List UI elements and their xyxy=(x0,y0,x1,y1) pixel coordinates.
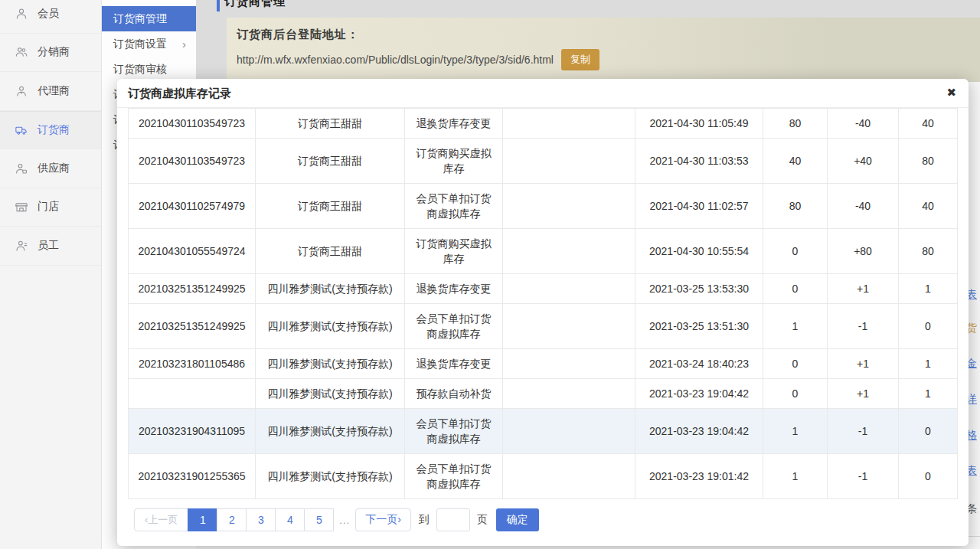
table-row: 202104301102574979订货商王甜甜会员下单扣订货商虚拟库存2021… xyxy=(129,184,958,229)
cell-remark xyxy=(503,139,635,184)
login-address-label: 订货商后台登陆地址： xyxy=(237,28,980,42)
table-row: 202103231904311095四川雅梦测试(支持预存款)会员下单扣订货商虚… xyxy=(129,409,958,454)
table-row: 202103251351249925四川雅梦测试(支持预存款)会员下单扣订货商虚… xyxy=(129,304,958,349)
cell-order_no: 202104301103549723 xyxy=(129,109,256,139)
sidebar-item-分销商[interactable]: 分销商 xyxy=(0,34,101,73)
cell-name: 订货商王甜甜 xyxy=(256,184,405,229)
modal-title: 订货商虚拟库存记录 xyxy=(128,87,231,100)
staff-icon xyxy=(15,239,28,253)
close-icon[interactable]: ✖ xyxy=(946,79,956,106)
cell-type: 退换货库存变更 xyxy=(405,349,503,379)
supplier-icon xyxy=(15,162,28,175)
copy-button[interactable]: 复制 xyxy=(561,49,599,70)
cell-before: 80 xyxy=(763,109,828,139)
sidebar-item-员工[interactable]: 员工 xyxy=(0,227,101,266)
sidebar-item-门店[interactable]: 门店 xyxy=(0,188,101,227)
page-number-4[interactable]: 4 xyxy=(275,508,305,531)
cell-type: 订货商购买虚拟库存 xyxy=(405,139,503,184)
cell-name: 订货商王甜甜 xyxy=(256,109,405,139)
goto-page-input[interactable] xyxy=(436,508,470,531)
cell-order_no: 202103231901255365 xyxy=(129,454,256,499)
login-address-box: 订货商后台登陆地址： http://m.wfx.wxfenxiao.com/Pu… xyxy=(227,18,980,82)
cell-before: 0 xyxy=(763,274,828,304)
sidebar-item-label: 代理商 xyxy=(38,84,70,98)
orderer-truck-icon xyxy=(15,123,28,137)
cell-remark xyxy=(503,379,635,409)
page-title: 订货商管理 xyxy=(224,0,286,9)
cell-change: -40 xyxy=(828,184,899,229)
cell-change: +1 xyxy=(828,379,899,409)
cell-before: 1 xyxy=(763,454,828,499)
cell-type: 会员下单扣订货商虚拟库存 xyxy=(405,304,503,349)
pagination: ‹上一页 12345 ... 下一页› 到 页 确定 xyxy=(134,508,958,531)
cell-before: 1 xyxy=(763,304,828,349)
cell-after: 80 xyxy=(899,229,958,274)
prev-page-button[interactable]: ‹上一页 xyxy=(134,508,188,531)
cell-after: 1 xyxy=(899,274,958,304)
cell-after: 1 xyxy=(899,349,958,379)
cell-name: 订货商王甜甜 xyxy=(256,139,405,184)
cell-order_no: 202104301102574979 xyxy=(129,184,256,229)
goto-label: 到 xyxy=(419,513,430,527)
cell-before: 1 xyxy=(763,409,828,454)
sidebar-item-label: 分销商 xyxy=(38,45,70,59)
cell-after: 1 xyxy=(899,379,958,409)
cell-name: 四川雅梦测试(支持预存款) xyxy=(256,304,405,349)
submenu-item-订货商管理[interactable]: 订货商管理 xyxy=(102,6,196,31)
submenu-item-订货商设置[interactable]: 订货商设置› xyxy=(102,31,196,57)
submenu-item-label: 订货商管理 xyxy=(113,12,167,26)
cell-time: 2021-04-30 11:02:57 xyxy=(635,184,763,229)
cell-after: 0 xyxy=(899,304,958,349)
next-page-button[interactable]: 下一页› xyxy=(355,508,411,531)
cell-remark xyxy=(503,109,635,139)
cell-change: -40 xyxy=(828,109,899,139)
confirm-button[interactable]: 确定 xyxy=(496,508,539,531)
sidebar-item-label: 会员 xyxy=(38,7,59,21)
cell-order_no xyxy=(129,379,256,409)
page-number-5[interactable]: 5 xyxy=(304,508,334,531)
table-row: 202104301103549723订货商王甜甜退换货库存变更2021-04-3… xyxy=(129,109,958,139)
title-accent-bar xyxy=(217,0,220,11)
cell-remark xyxy=(503,349,635,379)
cell-after: 80 xyxy=(899,139,958,184)
modal-header: 订货商虚拟库存记录 ✖ xyxy=(117,79,969,108)
table-row: 202103231801105486四川雅梦测试(支持预存款)退换货库存变更20… xyxy=(129,349,958,379)
cell-name: 四川雅梦测试(支持预存款) xyxy=(256,274,405,304)
cell-change: -1 xyxy=(828,454,899,499)
agent-icon xyxy=(15,84,28,98)
cell-time: 2021-03-25 13:51:30 xyxy=(635,304,763,349)
sidebar-item-订货商[interactable]: 订货商 xyxy=(0,111,101,150)
sidebar-item-label: 门店 xyxy=(38,200,59,214)
sidebar-item-供应商[interactable]: 供应商 xyxy=(0,149,101,188)
background-divider xyxy=(969,536,980,537)
sidebar-item-会员[interactable]: 会员 xyxy=(0,0,101,34)
sidebar-item-代理商[interactable]: 代理商 xyxy=(0,72,101,111)
table-row: 202104301103549723订货商王甜甜订货商购买虚拟库存2021-04… xyxy=(129,139,958,184)
pagination-ellipsis: ... xyxy=(334,515,355,526)
page-number-1[interactable]: 1 xyxy=(188,508,217,531)
cell-change: +1 xyxy=(828,349,899,379)
cell-time: 2021-03-25 13:53:30 xyxy=(635,274,763,304)
virtual-stock-modal: 订货商虚拟库存记录 ✖ 202104301103549723订货商王甜甜退换货库… xyxy=(117,79,969,546)
cell-time: 2021-04-30 11:05:49 xyxy=(635,109,763,139)
cell-time: 2021-03-24 18:40:23 xyxy=(635,349,763,379)
cell-change: +80 xyxy=(828,229,899,274)
cell-before: 0 xyxy=(763,229,828,274)
cell-remark xyxy=(503,274,635,304)
cell-name: 四川雅梦测试(支持预存款) xyxy=(256,349,405,379)
submenu-item-label: 订货商审核 xyxy=(113,63,167,77)
table-row: 202103251351249925四川雅梦测试(支持预存款)退换货库存变更20… xyxy=(129,274,958,304)
cell-type: 退换货库存变更 xyxy=(405,274,503,304)
cell-order_no: 202103231904311095 xyxy=(129,409,256,454)
cell-time: 2021-04-30 11:03:53 xyxy=(635,139,763,184)
cell-time: 2021-03-23 19:04:42 xyxy=(635,379,763,409)
cell-before: 0 xyxy=(763,349,828,379)
cell-type: 会员下单扣订货商虚拟库存 xyxy=(405,409,503,454)
cell-remark xyxy=(503,184,635,229)
cell-name: 四川雅梦测试(支持预存款) xyxy=(256,454,405,499)
cell-type: 会员下单扣订货商虚拟库存 xyxy=(405,184,503,229)
store-icon xyxy=(15,200,28,214)
page-number-2[interactable]: 2 xyxy=(217,508,247,531)
sidebar: 会员分销商代理商订货商供应商门店员工 xyxy=(0,0,102,549)
page-number-3[interactable]: 3 xyxy=(246,508,276,531)
